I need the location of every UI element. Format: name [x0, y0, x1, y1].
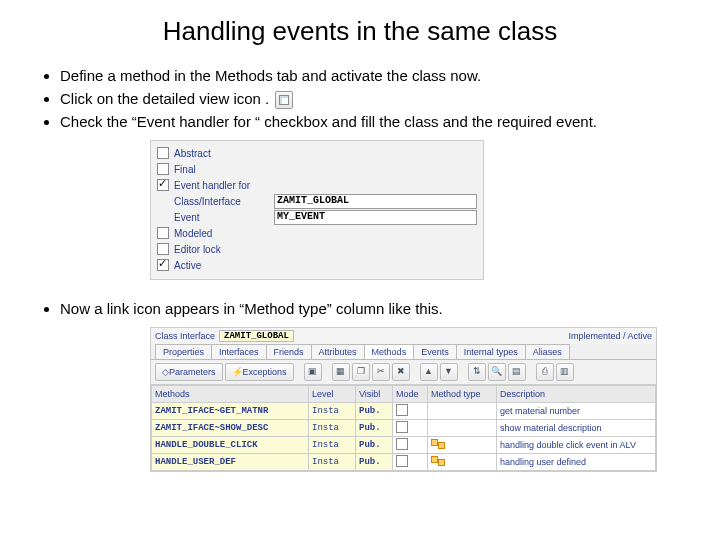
delete-button[interactable]: ✖	[392, 363, 410, 381]
final-label: Final	[174, 164, 274, 175]
col-level: Level	[309, 386, 356, 403]
exceptions-button[interactable]: ⚡ Exceptions	[225, 363, 294, 381]
col-mode: Mode	[393, 386, 428, 403]
col-description: Description	[497, 386, 656, 403]
tab-aliases[interactable]: Aliases	[525, 344, 570, 359]
modeled-checkbox[interactable]	[157, 227, 169, 239]
bullet-2: Click on the detailed view icon .	[60, 88, 700, 109]
abstract-checkbox[interactable]	[157, 147, 169, 159]
bullet-1: Define a method in the Methods tab and a…	[60, 65, 700, 86]
mode-checkbox[interactable]	[396, 455, 408, 467]
sort-button[interactable]: ⇅	[468, 363, 486, 381]
methods-table: Methods Level Visibl Mode Method type De…	[151, 385, 656, 471]
bullet-list-2: Now a link icon appears in “Method type”…	[20, 298, 700, 319]
source-code-icon[interactable]: ▣	[304, 363, 322, 381]
event-input[interactable]: MY_EVENT	[274, 210, 477, 225]
class-builder-panel: Class Interface ZAMIT_GLOBAL Implemented…	[150, 327, 657, 472]
mode-checkbox[interactable]	[396, 421, 408, 433]
tab-internal-types[interactable]: Internal types	[456, 344, 526, 359]
tab-friends[interactable]: Friends	[266, 344, 312, 359]
class-interface-label: Class/Interface	[174, 196, 274, 207]
detail-view-icon	[275, 91, 293, 109]
insert-button[interactable]: ▦	[332, 363, 350, 381]
class-interface-header-value: ZAMIT_GLOBAL	[219, 330, 294, 342]
tab-interfaces[interactable]: Interfaces	[211, 344, 267, 359]
active-checkbox[interactable]	[157, 259, 169, 271]
tab-properties[interactable]: Properties	[155, 344, 212, 359]
col-method-type: Method type	[428, 386, 497, 403]
modeled-label: Modeled	[174, 228, 274, 239]
find-button[interactable]: 🔍	[488, 363, 506, 381]
bullet-3: Check the “Event handler for “ checkbox …	[60, 111, 700, 132]
detail-button[interactable]: ▥	[556, 363, 574, 381]
tab-attributes[interactable]: Attributes	[311, 344, 365, 359]
col-methods: Methods	[152, 386, 309, 403]
print-button[interactable]: ⎙	[536, 363, 554, 381]
event-handler-checkbox[interactable]	[157, 179, 169, 191]
methods-toolbar: ◇ Parameters ⚡ Exceptions ▣ ▦ ❐ ✂ ✖ ▲ ▼ …	[151, 360, 656, 385]
event-handler-link-icon	[431, 456, 445, 466]
bullet-2-text: Click on the detailed view icon .	[60, 90, 269, 107]
table-row[interactable]: ZAMIT_IFACE~GET_MATNR Insta Pub. get mat…	[152, 403, 656, 420]
final-checkbox[interactable]	[157, 163, 169, 175]
copy-button[interactable]: ❐	[352, 363, 370, 381]
class-interface-header-label: Class Interface	[155, 331, 215, 341]
table-row[interactable]: HANDLE_USER_DEF Insta Pub. handling user…	[152, 454, 656, 471]
bullet-4: Now a link icon appears in “Method type”…	[60, 298, 700, 319]
filter-button[interactable]: ▤	[508, 363, 526, 381]
move-down-button[interactable]: ▼	[440, 363, 458, 381]
bullet-list: Define a method in the Methods tab and a…	[20, 65, 700, 132]
method-properties-panel: Abstract Final Event handler for Class/I…	[150, 140, 484, 280]
col-visibility: Visibl	[356, 386, 393, 403]
move-up-button[interactable]: ▲	[420, 363, 438, 381]
table-row[interactable]: ZAMIT_IFACE~SHOW_DESC Insta Pub. show ma…	[152, 420, 656, 437]
class-tabs: Properties Interfaces Friends Attributes…	[151, 344, 656, 360]
parameters-button[interactable]: ◇ Parameters	[155, 363, 223, 381]
event-label: Event	[174, 212, 274, 223]
class-interface-input[interactable]: ZAMIT_GLOBAL	[274, 194, 477, 209]
mode-checkbox[interactable]	[396, 438, 408, 450]
table-row[interactable]: HANDLE_DOUBLE_CLICK Insta Pub. handling …	[152, 437, 656, 454]
tab-events[interactable]: Events	[413, 344, 457, 359]
event-handler-link-icon	[431, 439, 445, 449]
abstract-label: Abstract	[174, 148, 274, 159]
mode-checkbox[interactable]	[396, 404, 408, 416]
editlock-label: Editor lock	[174, 244, 274, 255]
editlock-checkbox[interactable]	[157, 243, 169, 255]
active-label: Active	[174, 260, 274, 271]
status-text: Implemented / Active	[568, 331, 652, 341]
tab-methods[interactable]: Methods	[364, 344, 415, 359]
cut-button[interactable]: ✂	[372, 363, 390, 381]
slide-title: Handling events in the same class	[20, 16, 700, 47]
event-handler-label: Event handler for	[174, 180, 274, 191]
